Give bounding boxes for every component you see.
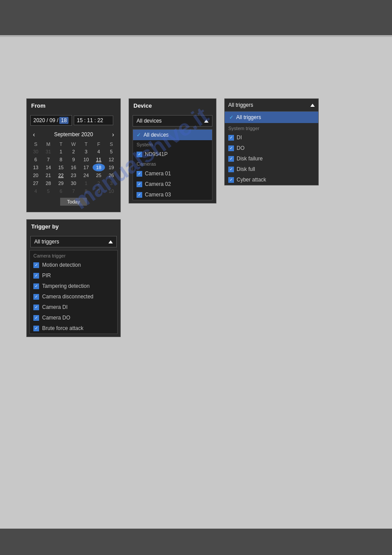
trigger-all-selected[interactable]: ✓ All triggers (225, 112, 318, 123)
checkbox-camera03: ✓ (137, 192, 142, 198)
calendar-day[interactable]: 12 (105, 156, 118, 163)
device-camera02[interactable]: ✓ Camera 02 (133, 179, 212, 189)
calendar-day[interactable]: 8 (54, 156, 67, 163)
calendar-day[interactable]: 9 (67, 156, 80, 163)
device-camera01-label: Camera 01 (145, 170, 171, 177)
trigger-by-dropdown-btn[interactable]: All triggers (30, 236, 117, 247)
calendar-day[interactable]: 29 (54, 179, 67, 187)
calendar-day[interactable]: 7 (42, 156, 55, 163)
calendar-day[interactable]: 19 (105, 163, 118, 171)
calendar-day[interactable]: 1 (80, 179, 93, 187)
trigger-disk-full[interactable]: ✓ Disk full (225, 164, 318, 174)
device-dropdown-label: All devices (137, 118, 162, 124)
trigger-by-dropdown-label: All triggers (34, 239, 59, 245)
trigger-camera-disconnected-label: Camera disconnected (42, 294, 94, 300)
calendar-day[interactable]: 25 (93, 171, 105, 179)
trigger-camera-disconnected[interactable]: ✓ Camera disconnected (30, 291, 117, 302)
device-camera03-label: Camera 03 (145, 192, 171, 198)
trigger-disk-failure[interactable]: ✓ Disk failure (225, 153, 318, 164)
calendar-day[interactable]: 20 (29, 171, 42, 179)
calendar-day[interactable]: 17 (80, 163, 93, 171)
calendar-day[interactable]: 14 (42, 163, 55, 171)
calendar: ‹ September 2020 › S M T W T F S (27, 128, 120, 208)
checkbox-camera-do: ✓ (33, 315, 39, 321)
calendar-day[interactable]: 10 (80, 156, 93, 163)
trigger-by-title: Trigger by (27, 220, 120, 233)
device-all-devices[interactable]: ✓ All devices (133, 130, 212, 140)
calendar-day[interactable]: 3 (105, 179, 118, 187)
calendar-day[interactable]: 30 (29, 148, 42, 156)
calendar-day[interactable]: 30 (67, 179, 80, 187)
trigger-cyber-attack-label: Cyber attack (237, 177, 266, 183)
content-area: manualshive.it From 2020 / 09 / 18 15 : … (0, 37, 392, 520)
calendar-day[interactable]: 22 (54, 171, 67, 179)
trigger-cyber-attack[interactable]: ✓ Cyber attack (225, 174, 318, 185)
calendar-day[interactable]: 9 (93, 187, 105, 195)
calendar-day[interactable]: 1 (54, 148, 67, 156)
date-text: 2020 / 09 / (33, 117, 58, 123)
trigger-tampering-detection[interactable]: ✓ Tampering detection (30, 281, 117, 291)
calendar-day[interactable]: 26 (105, 171, 118, 179)
calendar-day[interactable]: 5 (105, 148, 118, 156)
calendar-day[interactable]: 10 (105, 187, 118, 195)
trigger-di[interactable]: ✓ DI (225, 132, 318, 143)
calendar-day[interactable]: 8 (80, 187, 93, 195)
calendar-day[interactable]: 15 (54, 163, 67, 171)
calendar-day[interactable]: 6 (29, 156, 42, 163)
trigger-motion-detection-label: Motion detection (42, 262, 81, 268)
calendar-next-btn[interactable]: › (110, 131, 116, 138)
date-input[interactable]: 2020 / 09 / 18 (30, 115, 72, 126)
triggers-panel: All triggers ✓ All triggers System trigg… (224, 98, 319, 185)
calendar-day[interactable]: 5 (42, 187, 55, 195)
calendar-day[interactable]: 2 (93, 179, 105, 187)
trigger-motion-detection[interactable]: ✓ Motion detection (30, 260, 117, 270)
device-all-devices-label: All devices (144, 132, 169, 138)
trigger-camera-do[interactable]: ✓ Camera DO (30, 312, 117, 323)
today-button[interactable]: Today (60, 198, 87, 206)
checkbox-cyber-attack: ✓ (228, 177, 234, 183)
calendar-day[interactable]: 23 (67, 171, 80, 179)
calendar-day[interactable]: 6 (54, 187, 67, 195)
checkbox-brute-force-attack: ✓ (33, 326, 39, 331)
calendar-prev-btn[interactable]: ‹ (31, 131, 37, 138)
checkbox-camera-disconnected: ✓ (33, 294, 39, 300)
calendar-day[interactable]: 7 (67, 187, 80, 195)
time-input[interactable]: 15 : 11 : 22 (74, 116, 113, 125)
device-nd9541p[interactable]: ✓ ND9541P (133, 149, 212, 160)
calendar-day[interactable]: 4 (93, 148, 105, 156)
trigger-camera-do-label: Camera DO (42, 315, 70, 321)
device-panel: Device All devices ✓ All devices System … (129, 98, 216, 203)
calendar-day[interactable]: 18 (93, 163, 105, 171)
device-dropdown-btn[interactable]: All devices (133, 115, 212, 127)
all-triggers-dropdown-btn[interactable]: All triggers (225, 99, 318, 112)
device-camera03[interactable]: ✓ Camera 03 (133, 189, 212, 200)
checkbox-camera02: ✓ (137, 181, 142, 187)
calendar-day[interactable]: 3 (80, 148, 93, 156)
cal-header-tue: T (54, 141, 67, 148)
trigger-brute-force-attack[interactable]: ✓ Brute force attack (30, 323, 117, 334)
device-camera01[interactable]: ✓ Camera 01 (133, 168, 212, 179)
calendar-day[interactable]: 16 (67, 163, 80, 171)
calendar-day[interactable]: 2 (67, 148, 80, 156)
checkbox-disk-failure: ✓ (228, 156, 234, 162)
calendar-day[interactable]: 11 (93, 156, 105, 163)
device-cameras-section: Cameras (133, 160, 212, 168)
calendar-day[interactable]: 13 (29, 163, 42, 171)
calendar-day[interactable]: 24 (80, 171, 93, 179)
trigger-brute-force-attack-label: Brute force attack (42, 325, 83, 331)
from-panel: From 2020 / 09 / 18 15 : 11 : 22 ‹ Septe… (26, 98, 121, 212)
checkbox-tampering-detection: ✓ (33, 283, 39, 289)
trigger-do[interactable]: ✓ DO (225, 143, 318, 153)
calendar-day[interactable]: 4 (29, 187, 42, 195)
calendar-day[interactable]: 31 (42, 148, 55, 156)
calendar-day[interactable]: 28 (42, 179, 55, 187)
camera-trigger-section-label: Camera trigger (30, 250, 117, 260)
calendar-day[interactable]: 27 (29, 179, 42, 187)
trigger-tampering-detection-label: Tampering detection (42, 283, 90, 289)
calendar-day[interactable]: 21 (42, 171, 55, 179)
trigger-camera-di[interactable]: ✓ Camera DI (30, 302, 117, 312)
trigger-pir[interactable]: ✓ PIR (30, 270, 117, 281)
check-icon: ✓ (137, 132, 141, 138)
trigger-pir-label: PIR (42, 272, 51, 279)
trigger-by-arrow-up-icon (108, 240, 113, 243)
